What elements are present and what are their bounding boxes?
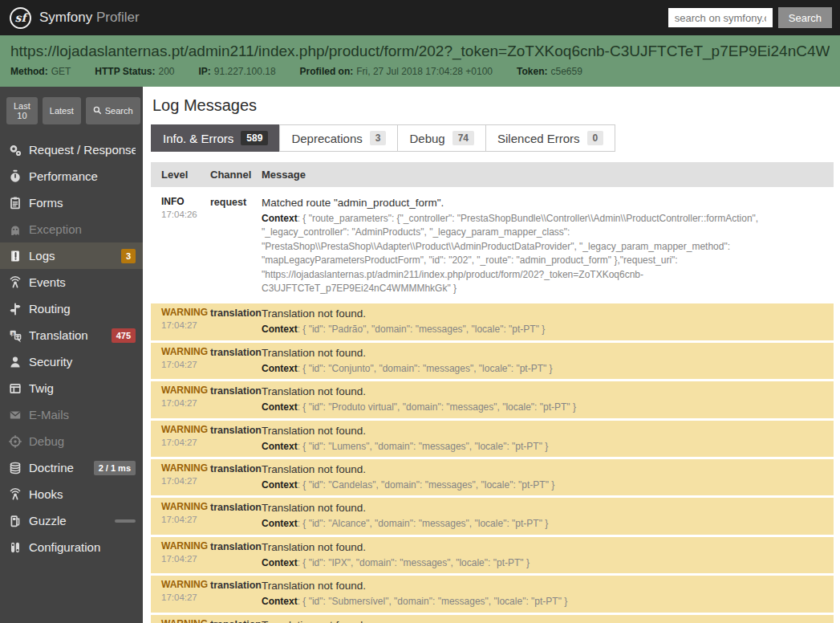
log-message: Translation not found. [262, 307, 824, 321]
sidebar-item-events[interactable]: Events [0, 269, 143, 295]
tab-count-badge: 589 [241, 131, 268, 145]
twig-icon [8, 381, 29, 396]
log-context: Context: { "id": "Candelas", "domain": "… [262, 478, 824, 492]
gears-icon [8, 143, 29, 157]
tab-silenced-errors[interactable]: Silenced Errors 0 [485, 124, 615, 152]
meta-profiled-on: Profiled on:Fri, 27 Jul 2018 17:04:28 +0… [300, 66, 493, 77]
translation-icon: a [8, 328, 29, 343]
column-level: Level [151, 169, 210, 181]
sidebar-item-performance[interactable]: Performance [0, 163, 143, 189]
sidebar-item-label: Security [29, 355, 136, 369]
log-context: Context: { "id": "Conjunto", "domain": "… [262, 362, 824, 376]
log-message: Translation not found. [262, 346, 824, 360]
log-row: WARNING 17:04:27 translation Translation… [151, 303, 834, 340]
log-time: 17:04:27 [161, 438, 210, 447]
tab-count-badge: 74 [452, 131, 474, 145]
log-message: Translation not found. [262, 462, 824, 477]
tab-deprecations[interactable]: Deprecations 3 [279, 124, 398, 152]
log-level: WARNING [161, 462, 210, 474]
log-context: Context: { "id": "Alcance", "domain": "m… [262, 517, 824, 531]
sidebar-item-security[interactable]: Security [0, 348, 143, 375]
profiler-sidebar: Last 10 Latest Search Request / Response… [0, 87, 143, 623]
log-message: Translation not found. [262, 501, 824, 515]
sidebar-item-label: Request / Response [29, 143, 136, 157]
sidebar-item-e-mails[interactable]: E-Mails [0, 401, 143, 428]
signpost-icon [8, 302, 29, 316]
log-message: Translation not found. [262, 579, 824, 593]
tab-debug[interactable]: Debug 74 [397, 124, 486, 152]
log-time: 17:04:27 [161, 592, 210, 602]
column-message: Message [262, 169, 834, 181]
log-row: WARNING 17:04:27 translation Translation… [151, 459, 834, 495]
log-time: 17:04:27 [161, 398, 210, 408]
latest-button[interactable]: Latest [43, 97, 81, 124]
log-table: Level Channel Message INFO 17:04:26 requ… [151, 162, 834, 623]
sidebar-item-label: Events [29, 275, 136, 289]
log-message: Translation not found. [262, 385, 824, 399]
sidebar-item-doctrine[interactable]: Doctrine 2 / 1 ms [0, 454, 143, 481]
sidebar-item-configuration[interactable]: Configuration [0, 534, 143, 560]
log-row: WARNING 17:04:27 translation Translation… [151, 343, 834, 379]
sidebar-item-translation[interactable]: a Translation 475 [0, 322, 143, 348]
sidebar-menu: Request / Response Performance Forms Exc… [0, 136, 143, 560]
sidebar-quick-buttons: Last 10 Latest Search [0, 87, 143, 132]
sidebar-item-routing[interactable]: Routing [0, 295, 143, 322]
tab-info-errors[interactable]: Info. & Errors 589 [151, 124, 280, 152]
log-row: INFO 17:04:26 request Matched route "adm… [151, 189, 834, 301]
log-channel: translation [210, 385, 262, 414]
log-channel: translation [210, 618, 262, 623]
log-level: WARNING [161, 540, 210, 552]
sidebar-item-logs[interactable]: Logs 3 [0, 242, 143, 269]
sidebar-badge-dash [115, 519, 136, 523]
sidebar-item-forms[interactable]: Forms [0, 189, 143, 216]
symfony-search-input[interactable] [668, 8, 773, 27]
log-context: Context: { "id": "Submersível", "domain"… [262, 595, 824, 609]
sidebar-item-twig[interactable]: Twig [0, 375, 143, 401]
tab-label: Silenced Errors [497, 132, 580, 145]
tab-label: Info. & Errors [163, 132, 233, 145]
last-10-button[interactable]: Last 10 [6, 97, 38, 124]
brand-name: Symfony [39, 10, 92, 25]
log-message: Translation not found. [262, 618, 824, 623]
symfony-search-button[interactable]: Search [778, 7, 832, 28]
meta-method: Method:GET [10, 66, 71, 77]
search-icon [93, 106, 102, 116]
sidebar-item-hooks[interactable]: Hooks [0, 481, 143, 507]
log-channel: translation [210, 424, 262, 454]
tab-label: Deprecations [291, 132, 362, 145]
page-title: Log Messages [152, 96, 834, 115]
log-level: WARNING [161, 307, 210, 318]
sidebar-item-guzzle[interactable]: Guzzle [0, 507, 143, 534]
sidebar-item-request-response[interactable]: Request / Response [0, 136, 143, 163]
log-level: INFO [161, 196, 210, 207]
fuel-pump-icon [8, 514, 29, 528]
meta-http-status: HTTP Status:200 [95, 66, 174, 77]
log-book-icon [8, 249, 29, 263]
log-time: 17:04:27 [161, 360, 210, 369]
log-table-header: Level Channel Message [151, 162, 834, 187]
sidebar-item-exception[interactable]: Exception [0, 216, 143, 242]
debug-icon [8, 434, 29, 449]
sidebar-item-debug[interactable]: Debug [0, 428, 143, 454]
log-channel: translation [210, 579, 262, 609]
sidebar-item-label: Performance [29, 169, 136, 183]
sidebar-item-label: Guzzle [29, 514, 115, 527]
column-channel: Channel [210, 169, 262, 181]
log-message: Matched route "admin_product_form". [262, 196, 824, 210]
sidebar-item-label: E-Mails [29, 408, 136, 421]
sidebar-badge: 475 [112, 328, 136, 343]
sidebar-item-label: Hooks [29, 487, 136, 501]
profile-search-button[interactable]: Search [86, 97, 140, 124]
top-bar: sf Symfony Profiler Search [0, 0, 840, 35]
sidebar-item-label: Debug [29, 434, 136, 448]
log-level: WARNING [161, 501, 210, 512]
sidebar-badge: 3 [121, 249, 136, 263]
envelope-icon [8, 408, 29, 422]
log-time: 17:04:27 [161, 515, 210, 524]
log-row: WARNING 17:04:27 translation Translation… [151, 615, 834, 623]
log-time: 17:04:27 [161, 476, 210, 486]
sidebar-badge: 2 / 1 ms [94, 461, 136, 475]
log-row: WARNING 17:04:27 translation Translation… [151, 381, 834, 417]
sidebar-item-label: Doctrine [29, 461, 94, 474]
log-channel: translation [210, 540, 262, 570]
